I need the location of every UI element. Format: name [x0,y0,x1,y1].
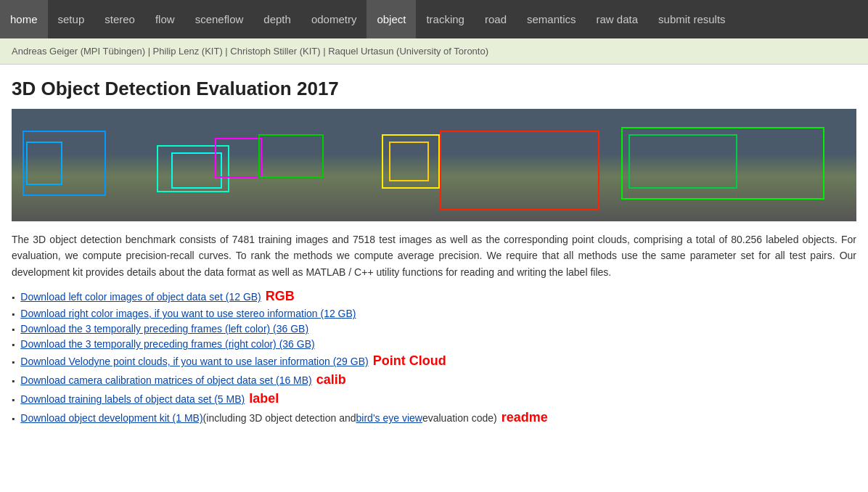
list-item: Download Velodyne point clouds, if you w… [12,353,856,369]
description: The 3D object detection benchmark consis… [12,231,856,280]
download-link-4[interactable]: Download the 3 temporally preceding fram… [20,338,314,350]
nav-flow[interactable]: flow [145,0,185,38]
page-title: 3D Object Detection Evaluation 2017 [12,78,856,100]
list-item: Download training labels of object data … [12,391,856,406]
authors-text: Andreas Geiger (MPI Tübingen) | Philip L… [12,46,488,57]
list-item: Download the 3 temporally preceding fram… [12,338,856,350]
nav-setup[interactable]: setup [48,0,95,38]
download-link-5[interactable]: Download Velodyne point clouds, if you w… [20,356,368,367]
download-link-3[interactable]: Download the 3 temporally preceding fram… [20,323,308,335]
bbox-red-large [440,131,599,210]
nav-road[interactable]: road [475,0,517,38]
download-link-1[interactable]: Download left color images of object dat… [20,291,261,303]
bbox-yellow-inner [389,142,429,181]
devkit-suffix: (including 3D object detection and [203,412,356,424]
download-link-2[interactable]: Download right color images, if you want… [20,308,356,319]
main-content: 3D Object Detection Evaluation 2017 [0,65,868,436]
tag-calib: calib [316,372,346,388]
devkit-suffix2: evaluation code) [422,412,497,424]
nav-semantics[interactable]: semantics [517,0,586,38]
nav-odometry[interactable]: odometry [301,0,367,38]
nav-home[interactable]: home [0,0,48,38]
tag-label: label [249,391,279,406]
list-item: Download camera calibration matrices of … [12,372,856,388]
hero-image [12,109,856,221]
nav-submit[interactable]: submit results [648,0,736,38]
list-item: Download the 3 temporally preceding fram… [12,323,856,335]
bbox-green-left [258,134,324,178]
download-link-7[interactable]: Download training labels of object data … [20,393,245,405]
download-list: Download left color images of object dat… [12,289,856,425]
tag-pointcloud: Point Cloud [373,353,446,369]
authors-bar: Andreas Geiger (MPI Tübingen) | Philip L… [0,38,868,65]
nav-tracking[interactable]: tracking [416,0,475,38]
list-item: Download right color images, if you want… [12,308,856,319]
bbox-magenta [215,138,262,178]
nav-sceneflow[interactable]: sceneflow [185,0,254,38]
nav-stereo[interactable]: stereo [94,0,145,38]
nav-object[interactable]: object [367,0,416,38]
bbox-green-right-inner [629,134,737,189]
list-item: Download left color images of object dat… [12,289,856,304]
list-item: Download object development kit (1 MB) (… [12,410,856,425]
birds-eye-view-link[interactable]: bird's eye view [356,412,422,424]
nav-depth[interactable]: depth [253,0,301,38]
tag-rgb: RGB [266,289,295,304]
main-nav: home setup stereo flow sceneflow depth o… [0,0,868,38]
download-link-6[interactable]: Download camera calibration matrices of … [20,374,312,386]
download-link-8[interactable]: Download object development kit (1 MB) [20,412,202,424]
nav-rawdata[interactable]: raw data [586,0,649,38]
bbox-blue-inner [26,142,62,185]
scene-background [12,109,856,221]
tag-readme: readme [501,410,548,425]
